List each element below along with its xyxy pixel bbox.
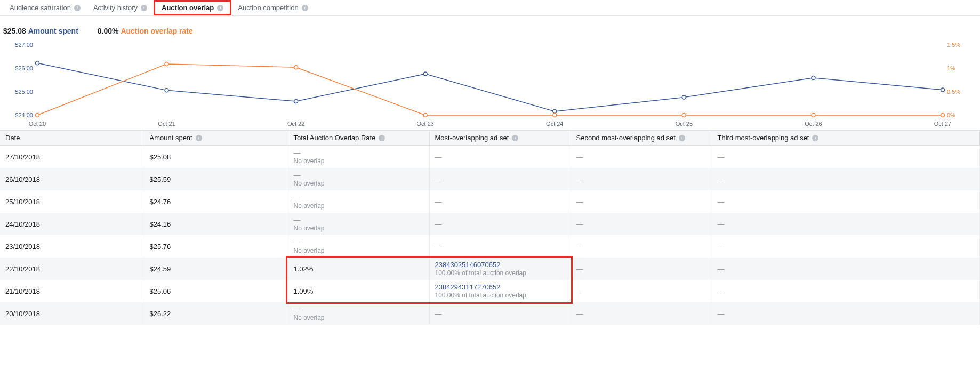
info-icon[interactable]: i: [812, 135, 818, 141]
table-header-row: DateAmount spentiTotal Auction Overlap R…: [0, 131, 980, 146]
table-row: 21/10/2018$25.061.09%2384294311727065210…: [0, 280, 980, 302]
table-header-label: Total Auction Overlap Rate: [294, 134, 376, 142]
table-row: 24/10/2018$24.16—No overlap———: [0, 213, 980, 235]
cell-set2: —: [571, 190, 712, 213]
cell-date: 24/10/2018: [0, 213, 144, 235]
tab-label: Auction overlap: [162, 4, 214, 12]
table-wrap: DateAmount spentiTotal Auction Overlap R…: [0, 130, 980, 325]
svg-text:0%: 0%: [947, 112, 955, 118]
svg-text:1%: 1%: [947, 65, 955, 71]
info-icon[interactable]: i: [196, 135, 202, 141]
info-icon[interactable]: i: [512, 135, 518, 141]
svg-point-20: [553, 109, 557, 113]
table-row: 22/10/2018$24.591.02%2384302514607065210…: [0, 258, 980, 280]
cell-set3: —: [712, 146, 980, 168]
metric-overlap-rate-value: 0.00%: [98, 27, 119, 35]
svg-text:$27.00: $27.00: [15, 42, 33, 48]
table-header-label: Second most-overlapping ad set: [576, 134, 676, 142]
cell-set3: —: [712, 213, 980, 235]
svg-point-21: [682, 95, 686, 99]
table-header-label: Most-overlapping ad set: [435, 134, 509, 142]
cell-rate: —No overlap: [288, 213, 429, 235]
cell-date: 25/10/2018: [0, 190, 144, 213]
cell-set1: —: [429, 302, 571, 325]
tab-auction-competition[interactable]: Auction competitioni: [231, 0, 314, 15]
svg-point-30: [812, 114, 815, 117]
cell-set2: —: [571, 258, 712, 280]
cell-set2: —: [571, 302, 712, 325]
table-header[interactable]: Third most-overlapping ad seti: [712, 131, 980, 146]
cell-amount: $25.59: [144, 168, 288, 190]
cell-set1: —: [429, 235, 571, 258]
table-row: 25/10/2018$24.76—No overlap———: [0, 190, 980, 213]
info-icon[interactable]: i: [679, 135, 685, 141]
ad-set-link[interactable]: 23843025146070652: [435, 261, 501, 269]
cell-set3: —: [712, 190, 980, 213]
metric-amount-spent[interactable]: $25.08 Amount spent: [3, 27, 78, 35]
cell-rate: —No overlap: [288, 146, 429, 168]
cell-date: 26/10/2018: [0, 168, 144, 190]
cell-set3: —: [712, 235, 980, 258]
svg-point-22: [812, 76, 815, 80]
tab-auction-overlap[interactable]: Auction overlapi: [154, 0, 231, 15]
cell-date: 23/10/2018: [0, 235, 144, 258]
info-icon[interactable]: i: [379, 135, 385, 141]
svg-text:Oct 20: Oct 20: [29, 120, 46, 127]
cell-set2: —: [571, 168, 712, 190]
table-header[interactable]: Amount spenti: [144, 131, 288, 146]
table-header-label: Date: [5, 134, 20, 142]
cell-amount: $24.76: [144, 190, 288, 213]
cell-amount: $25.76: [144, 235, 288, 258]
svg-point-17: [165, 89, 168, 92]
table-row: 26/10/2018$25.59—No overlap———: [0, 168, 980, 190]
cell-amount: $24.59: [144, 258, 288, 280]
cell-amount: $24.16: [144, 213, 288, 235]
svg-text:$26.00: $26.00: [15, 65, 33, 71]
svg-text:Oct 27: Oct 27: [934, 120, 951, 127]
svg-text:Oct 24: Oct 24: [546, 120, 563, 127]
chart: $24.00$25.00$26.00$27.000%0.5%1%1.5%Oct …: [0, 41, 980, 130]
cell-rate: —No overlap: [288, 235, 429, 258]
svg-point-23: [941, 88, 945, 92]
cell-set1: 23842943117270652100.00% of total auctio…: [429, 280, 571, 302]
svg-text:Oct 25: Oct 25: [676, 120, 693, 127]
cell-rate: 1.02%: [288, 258, 429, 280]
cell-date: 21/10/2018: [0, 280, 144, 302]
svg-text:0.5%: 0.5%: [947, 89, 960, 95]
cell-set3: —: [712, 168, 980, 190]
info-icon[interactable]: i: [141, 5, 147, 11]
metric-overlap-rate-label: Auction overlap rate: [121, 27, 192, 35]
cell-set3: —: [712, 258, 980, 280]
ad-set-link[interactable]: 23842943117270652: [435, 283, 501, 291]
metric-amount-spent-label: Amount spent: [28, 27, 78, 35]
svg-text:Oct 21: Oct 21: [158, 120, 175, 127]
cell-set2: —: [571, 280, 712, 302]
metric-overlap-rate[interactable]: 0.00% Auction overlap rate: [98, 27, 193, 35]
metric-amount-spent-value: $25.08: [3, 27, 26, 35]
table-header[interactable]: Most-overlapping ad seti: [429, 131, 571, 146]
metrics-row: $25.08 Amount spent 0.00% Auction overla…: [0, 16, 980, 41]
cell-set1: 23843025146070652100.00% of total auctio…: [429, 258, 571, 280]
svg-point-18: [294, 100, 298, 103]
svg-point-29: [682, 114, 686, 117]
info-icon[interactable]: i: [217, 5, 223, 11]
cell-amount: $25.08: [144, 146, 288, 168]
svg-point-28: [553, 114, 557, 117]
svg-text:$25.00: $25.00: [15, 89, 33, 95]
info-icon[interactable]: i: [302, 5, 308, 11]
table-header-label: Third most-overlapping ad set: [718, 134, 809, 142]
tab-label: Audience saturation: [10, 4, 71, 12]
info-icon[interactable]: i: [74, 5, 81, 11]
tab-audience-saturation[interactable]: Audience saturationi: [3, 0, 87, 15]
svg-point-26: [294, 66, 298, 69]
overlap-table: DateAmount spentiTotal Auction Overlap R…: [0, 130, 980, 325]
cell-rate: —No overlap: [288, 190, 429, 213]
svg-point-27: [423, 114, 427, 117]
table-row: 20/10/2018$26.22—No overlap———: [0, 302, 980, 325]
table-header[interactable]: Second most-overlapping ad seti: [571, 131, 712, 146]
cell-date: 20/10/2018: [0, 302, 144, 325]
table-header[interactable]: Date: [0, 131, 144, 146]
tab-activity-history[interactable]: Activity historyi: [87, 0, 154, 15]
svg-point-16: [36, 61, 39, 65]
table-header[interactable]: Total Auction Overlap Ratei: [288, 131, 429, 146]
